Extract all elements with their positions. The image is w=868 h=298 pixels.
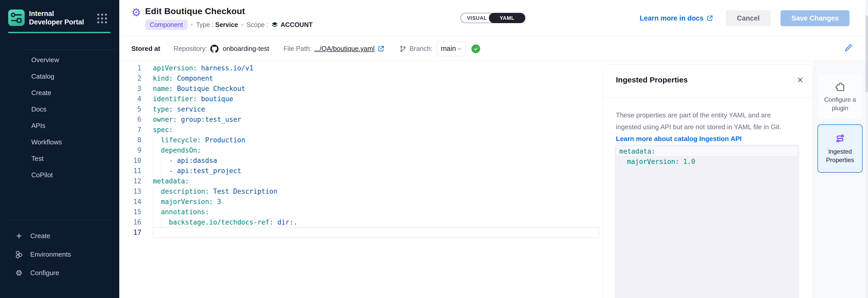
code-token: majorVersion:	[153, 198, 213, 206]
sidebar-item-label: Create	[30, 232, 50, 240]
code-line[interactable]: - api:dasdsa	[153, 156, 599, 166]
app-switcher-icon[interactable]	[97, 13, 107, 23]
code-line[interactable]: name: Boutique Checkout	[153, 83, 599, 94]
chevron-down-icon	[456, 46, 462, 52]
code-token: identifier:	[153, 95, 197, 103]
external-link-icon	[706, 15, 713, 22]
line-number: 11	[119, 166, 153, 176]
stored-at-bar: Stored at Repository: onboarding-test Fi…	[119, 36, 868, 61]
code-line[interactable]: dependsOn:	[153, 145, 599, 156]
plus-icon: +	[14, 231, 24, 241]
ingestion-api-link[interactable]: Learn more about catalog Ingestion API	[616, 135, 742, 143]
sidebar-item-configure[interactable]: ⚙ Configure	[0, 264, 119, 282]
branch-label: Branch:	[409, 45, 432, 53]
configure-plugin-card[interactable]: Configure a plugin	[817, 74, 863, 119]
code-token: dir:.	[273, 218, 298, 226]
branch-valid-check-icon	[471, 45, 480, 53]
toggle-visual[interactable]: VISUAL	[461, 13, 493, 23]
code-line[interactable]: - api:test_project	[153, 166, 599, 176]
code-line[interactable]: majorVersion: 1.0	[616, 157, 798, 167]
sidebar-item-docs[interactable]: Docs	[0, 101, 119, 117]
cancel-button[interactable]: Cancel	[726, 10, 771, 26]
sidebar-item-environments[interactable]: Environments	[0, 245, 119, 264]
ingested-properties-card[interactable]: Ingested Properties	[817, 124, 863, 173]
panel-title: Ingested Properties	[603, 65, 813, 84]
code-line[interactable]: kind: Component	[153, 73, 599, 83]
code-line[interactable]: lifecycle: Production	[153, 135, 599, 145]
code-token: type:	[153, 105, 173, 113]
code-line[interactable]: annotations:	[153, 207, 599, 217]
code-line[interactable]: owner: group:test_user	[153, 114, 599, 125]
sidebar-item-workflows[interactable]: Workflows	[0, 134, 119, 150]
line-number: 12	[119, 176, 153, 186]
line-number: 14	[119, 196, 153, 207]
code-token: boutique	[197, 95, 233, 103]
visual-yaml-toggle[interactable]: VISUAL YAML	[460, 13, 525, 23]
sidebar-item-create[interactable]: + Create	[0, 226, 119, 245]
page-scrollbar[interactable]	[865, 0, 868, 298]
entity-gear-icon: ⚙	[131, 7, 141, 19]
code-line[interactable]: metadata:	[153, 176, 599, 186]
line-number: 15	[119, 207, 153, 217]
code-token: dependsOn:	[153, 146, 201, 154]
yaml-editor[interactable]: 1234567891011121314151617 apiVersion: ha…	[119, 61, 599, 298]
code-line[interactable]	[153, 227, 599, 238]
docs-link[interactable]: Learn more in docs	[640, 15, 713, 22]
code-line[interactable]: majorVersion: 3	[153, 196, 599, 207]
file-path-link[interactable]: .../QA/boutique.yaml	[314, 45, 375, 53]
docs-link-label: Learn more in docs	[640, 15, 704, 22]
sidebar-item-overview[interactable]: Overview	[0, 52, 119, 68]
github-icon	[210, 45, 219, 53]
indent-guide	[161, 166, 161, 176]
type-value: Service	[215, 21, 238, 28]
hexagons-icon	[14, 249, 24, 260]
edit-pencil-icon[interactable]	[843, 43, 853, 55]
kind-badge: Component	[145, 20, 187, 30]
sidebar-divider	[24, 50, 117, 50]
save-changes-button[interactable]: Save Changes	[780, 10, 849, 26]
code-token: Component	[173, 75, 213, 82]
branch-select[interactable]: main	[437, 42, 466, 56]
line-number: 6	[119, 114, 153, 125]
sidebar-bottom: + Create Environments ⚙ Configure	[0, 220, 119, 298]
rail-card-label: Ingested Properties	[818, 147, 862, 164]
code-token: metadata:	[153, 177, 189, 185]
panel-code: metadata: majorVersion: 1.0	[615, 145, 799, 298]
line-number: 8	[119, 135, 153, 145]
external-link-icon[interactable]	[377, 45, 385, 53]
editor-code[interactable]: apiVersion: harness.io/v1kind: Component…	[153, 63, 599, 238]
entity-meta: Component • Type : Service • Scope : ACC…	[145, 20, 313, 30]
scope-label: Scope :	[247, 21, 268, 28]
code-token: name:	[153, 85, 173, 92]
code-token: group:test_user	[177, 116, 241, 123]
toggle-yaml[interactable]: YAML	[489, 13, 525, 23]
scrollbar-thumb[interactable]	[865, 16, 868, 92]
line-number: 17	[119, 227, 153, 238]
sidebar-item-apis[interactable]: APIs	[0, 117, 119, 134]
sidebar: Internal Developer Portal OverviewCatalo…	[0, 0, 119, 298]
right-rail: Configure a plugin Ingested Properties	[814, 61, 868, 298]
sidebar-item-label: Environments	[30, 250, 71, 259]
app-logo-icon[interactable]	[8, 9, 25, 26]
sidebar-item-create[interactable]: Create	[0, 84, 119, 101]
code-line[interactable]: metadata:	[616, 146, 798, 157]
code-token: - api:dasdsa	[153, 157, 217, 164]
content-area: 1234567891011121314151617 apiVersion: ha…	[119, 61, 868, 298]
code-token: harness.io/v1	[197, 64, 253, 72]
page-title: Edit Boutique Checkout	[145, 6, 313, 16]
code-line[interactable]: identifier: boutique	[153, 94, 599, 104]
sidebar-item-test[interactable]: Test	[0, 150, 119, 167]
code-line[interactable]: description: Test Description	[153, 186, 599, 196]
code-line[interactable]: apiVersion: harness.io/v1	[153, 63, 599, 73]
code-token: Production	[201, 136, 245, 144]
line-number: 2	[119, 73, 153, 83]
code-line[interactable]: type: service	[153, 104, 599, 114]
code-token: kind:	[153, 75, 173, 82]
close-icon[interactable]: ✕	[797, 76, 803, 84]
code-line[interactable]: spec:	[153, 125, 599, 135]
line-number: 1	[119, 63, 153, 73]
sidebar-item-catalog[interactable]: Catalog	[0, 68, 119, 84]
type-label: Type :	[196, 21, 213, 28]
sidebar-item-copilot[interactable]: CoPilot	[0, 167, 119, 183]
code-line[interactable]: backstage.io/techdocs-ref: dir:.	[153, 217, 599, 227]
